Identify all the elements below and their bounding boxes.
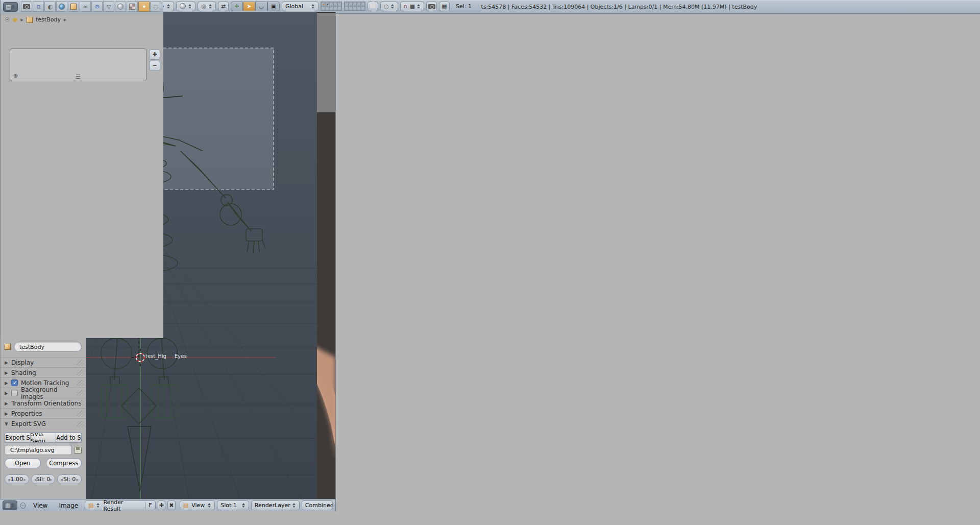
tab-modifiers[interactable]: ⚙ <box>91 2 103 12</box>
proportional-edit-selector[interactable]: ○ <box>380 2 398 11</box>
tab-material[interactable] <box>115 2 126 12</box>
editor-type-properties-button[interactable]: ▤ <box>3 2 18 12</box>
panel-background-images[interactable]: Background Images <box>1 388 86 398</box>
panel-transform-orientations[interactable]: Transform Orientations <box>1 398 86 408</box>
snap-selector[interactable]: ∩■ <box>400 2 424 11</box>
breadcrumb-object-name[interactable]: testBody <box>36 16 61 23</box>
panel-shading[interactable]: Shading <box>1 367 86 377</box>
object-icon <box>5 344 11 350</box>
manipulator-widget: ✛ ➤ ◡ ▣ <box>231 2 280 11</box>
open-button[interactable]: Open <box>5 458 41 468</box>
render-animation-button[interactable]: ▦ <box>439 2 450 11</box>
svg-slice-field[interactable]: Sli: 0 <box>31 474 56 484</box>
render-layer-selector[interactable]: RenderLayer <box>251 500 300 510</box>
new-image-button[interactable]: ✚ <box>158 500 166 510</box>
viewport-shading-selector[interactable] <box>176 2 195 11</box>
manipulate-centers-button[interactable]: ⇄ <box>218 2 229 11</box>
unlink-image-button[interactable]: ✖ <box>167 500 176 510</box>
selection-count: Sel: 1 <box>456 3 472 10</box>
image-editor-header: ▥ − View Image ▧ Render Result F ✚ ✖ ▧Vi… <box>0 499 335 511</box>
object-icon <box>27 17 33 23</box>
file-browse-icon[interactable] <box>74 447 82 454</box>
tab-physics[interactable]: ◌ <box>150 2 161 12</box>
properties-tabs: ⧉ ◐ ∞ ⚙ ▽ ✦ ◌ <box>21 2 161 12</box>
eyes-name-label: Eyes <box>175 353 187 359</box>
add-to-svg-button[interactable]: Add to S <box>56 433 82 443</box>
compress-button[interactable]: Compress <box>46 458 82 468</box>
manipulator-axis-button[interactable]: ✛ <box>231 2 243 11</box>
panel-export-svg[interactable]: Export SVG <box>1 418 86 428</box>
image-datablock-selector[interactable]: ▧ Render Result F <box>85 500 156 510</box>
render-slot-selector[interactable]: Slot 1 <box>217 500 249 510</box>
panel-display[interactable]: Display <box>1 357 86 367</box>
panel-properties[interactable]: Properties <box>1 408 86 418</box>
lock-to-scene-button[interactable] <box>368 2 378 11</box>
tab-particles[interactable]: ✦ <box>138 2 150 12</box>
tab-object-data[interactable]: ▽ <box>103 2 114 12</box>
menu-image[interactable]: Image <box>54 501 83 510</box>
tab-texture[interactable] <box>127 2 138 12</box>
add-list-item-icon[interactable]: ⊕ <box>13 73 18 79</box>
armature-name-label: test_Hig <box>145 353 166 359</box>
render-pass-selector[interactable]: Combined <box>302 500 333 510</box>
layers-widget-2[interactable] <box>344 2 365 11</box>
blender-window: ⓘ − File Add Render Window Help ⧈ Defaul… <box>0 0 980 525</box>
fake-user-button[interactable]: F <box>145 502 152 509</box>
tab-object[interactable] <box>68 2 79 12</box>
properties-editor: ▤ ⧉ ◐ ∞ ⚙ ▽ ✦ ◌ ☉ ● ▸ testBody ▸ <box>0 0 163 338</box>
item-name-field[interactable]: testBody <box>14 342 82 352</box>
render-still-button[interactable] <box>426 2 437 11</box>
manipulator-scale-button[interactable]: ▣ <box>267 2 280 11</box>
svg-sequence-button[interactable]: SVG Sequ <box>30 433 56 443</box>
svg-path-field[interactable]: C:\tmp\algo.svg <box>5 445 72 455</box>
image-view-mode[interactable]: ▧View <box>180 500 215 510</box>
layers-widget-1[interactable] <box>321 2 342 11</box>
manipulator-translate-button[interactable]: ➤ <box>243 2 255 11</box>
editor-type-image-button[interactable]: ▥ <box>3 500 17 510</box>
manipulator-rotate-button[interactable]: ◡ <box>255 2 267 11</box>
svg-scale-field[interactable]: 1.00 <box>5 474 29 484</box>
pivot-point-selector[interactable]: ◎ <box>198 2 216 11</box>
svg-slot-field[interactable]: Sl: 0 <box>57 474 82 484</box>
particle-systems-list[interactable]: ⊕ ☰ <box>10 49 146 81</box>
scene-icon: ● <box>13 17 18 22</box>
export-svg-button[interactable]: Export S <box>5 433 30 443</box>
motion-tracking-checkbox[interactable] <box>11 379 18 386</box>
tab-scene[interactable]: ◐ <box>44 2 56 12</box>
tab-constraints[interactable]: ∞ <box>80 2 91 12</box>
properties-header: ▤ ⧉ ◐ ∞ ⚙ ▽ ✦ ◌ <box>1 0 163 13</box>
pivot-icon: ◎ <box>201 4 206 9</box>
tab-render-layers[interactable]: ⧉ <box>33 2 44 12</box>
scene-statistics: v2.69 | Verts:54578 | Faces:54532 | Tris… <box>451 4 757 10</box>
remove-particle-system-button[interactable]: − <box>149 61 160 71</box>
solid-shading-icon <box>180 3 186 9</box>
background-images-checkbox[interactable] <box>11 390 18 396</box>
collapse-menus-icon[interactable]: − <box>20 503 26 509</box>
pin-icon[interactable]: ☉ <box>5 17 10 22</box>
tab-render[interactable] <box>21 2 32 12</box>
orientation-selector[interactable]: Global <box>282 2 318 11</box>
breadcrumb: ☉ ● ▸ testBody ▸ <box>1 13 163 26</box>
menu-view[interactable]: View <box>29 501 52 510</box>
tab-world[interactable] <box>56 2 67 12</box>
add-particle-system-button[interactable]: ✚ <box>149 50 160 60</box>
list-resize-grip[interactable]: ☰ <box>76 74 81 80</box>
image-icon: ▧ <box>88 503 93 508</box>
